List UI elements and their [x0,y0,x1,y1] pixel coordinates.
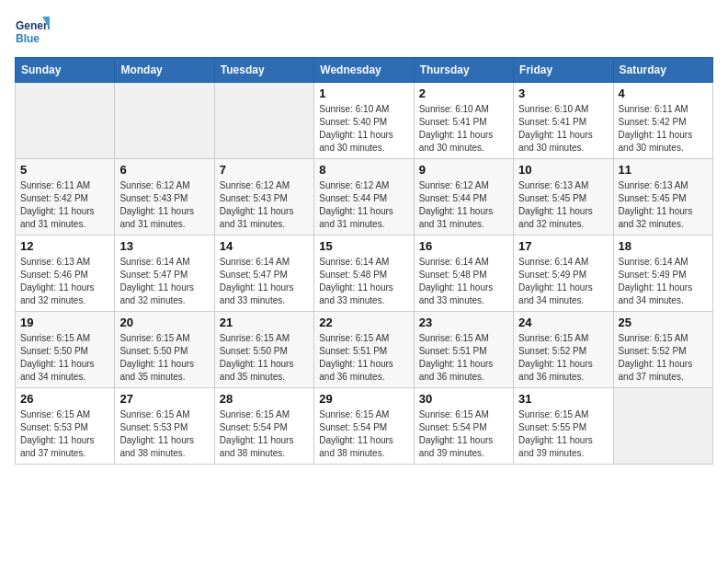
day-info: Sunrise: 6:15 AM Sunset: 5:54 PM Dayligh… [319,408,408,460]
day-number: 22 [319,316,408,329]
day-info: Sunrise: 6:11 AM Sunset: 5:42 PM Dayligh… [619,103,708,155]
day-info: Sunrise: 6:14 AM Sunset: 5:48 PM Dayligh… [319,256,408,307]
day-info: Sunrise: 6:10 AM Sunset: 5:41 PM Dayligh… [518,103,608,155]
day-info: Sunrise: 6:15 AM Sunset: 5:50 PM Dayligh… [220,332,309,384]
day-info: Sunrise: 6:14 AM Sunset: 5:49 PM Dayligh… [518,256,608,307]
day-info: Sunrise: 6:14 AM Sunset: 5:49 PM Dayligh… [619,256,708,307]
day-cell: 12Sunrise: 6:13 AM Sunset: 5:46 PM Dayli… [16,236,115,312]
day-number: 28 [220,392,309,406]
day-info: Sunrise: 6:13 AM Sunset: 5:45 PM Dayligh… [518,179,608,231]
day-info: Sunrise: 6:13 AM Sunset: 5:45 PM Dayligh… [619,179,708,231]
col-header-saturday: Saturday [613,58,712,83]
day-cell: 23Sunrise: 6:15 AM Sunset: 5:51 PM Dayli… [414,312,513,388]
day-number: 23 [419,316,508,329]
day-number: 7 [220,163,309,177]
day-number: 31 [518,392,608,406]
day-number: 11 [619,163,708,177]
day-cell: 28Sunrise: 6:15 AM Sunset: 5:54 PM Dayli… [214,388,313,465]
day-cell: 1Sunrise: 6:10 AM Sunset: 5:40 PM Daylig… [314,83,414,159]
day-number: 16 [419,239,508,253]
day-cell: 13Sunrise: 6:14 AM Sunset: 5:47 PM Dayli… [115,236,214,312]
day-number: 9 [419,163,508,177]
day-number: 6 [119,163,209,177]
day-info: Sunrise: 6:14 AM Sunset: 5:48 PM Dayligh… [419,256,508,307]
logo-svg: General Blue [15,15,50,50]
day-info: Sunrise: 6:12 AM Sunset: 5:43 PM Dayligh… [220,179,309,231]
calendar-table: SundayMondayTuesdayWednesdayThursdayFrid… [15,57,713,465]
day-info: Sunrise: 6:10 AM Sunset: 5:40 PM Dayligh… [319,103,408,155]
day-cell: 4Sunrise: 6:11 AM Sunset: 5:42 PM Daylig… [613,83,712,159]
day-number: 24 [518,316,608,329]
day-number: 27 [119,392,209,406]
day-cell: 25Sunrise: 6:15 AM Sunset: 5:52 PM Dayli… [613,312,712,388]
day-number: 12 [20,239,109,253]
day-cell: 18Sunrise: 6:14 AM Sunset: 5:49 PM Dayli… [613,236,712,312]
day-cell: 17Sunrise: 6:14 AM Sunset: 5:49 PM Dayli… [514,236,613,312]
day-info: Sunrise: 6:14 AM Sunset: 5:47 PM Dayligh… [119,256,209,307]
week-row-2: 5Sunrise: 6:11 AM Sunset: 5:42 PM Daylig… [16,159,713,236]
day-info: Sunrise: 6:12 AM Sunset: 5:44 PM Dayligh… [419,179,508,231]
day-number: 2 [419,86,508,100]
day-cell: 5Sunrise: 6:11 AM Sunset: 5:42 PM Daylig… [16,159,115,236]
day-cell: 7Sunrise: 6:12 AM Sunset: 5:43 PM Daylig… [214,159,313,236]
day-info: Sunrise: 6:12 AM Sunset: 5:44 PM Dayligh… [319,179,408,231]
day-number: 1 [319,86,408,100]
col-header-tuesday: Tuesday [214,58,313,83]
day-info: Sunrise: 6:11 AM Sunset: 5:42 PM Dayligh… [20,179,109,231]
col-header-sunday: Sunday [16,58,115,83]
day-number: 19 [20,316,109,329]
day-cell: 14Sunrise: 6:14 AM Sunset: 5:47 PM Dayli… [214,236,313,312]
day-cell: 29Sunrise: 6:15 AM Sunset: 5:54 PM Dayli… [314,388,414,465]
day-info: Sunrise: 6:15 AM Sunset: 5:55 PM Dayligh… [518,408,608,460]
svg-text:General: General [16,19,50,32]
day-info: Sunrise: 6:14 AM Sunset: 5:47 PM Dayligh… [220,256,309,307]
col-header-wednesday: Wednesday [314,58,414,83]
day-cell [214,83,313,159]
day-number: 8 [319,163,408,177]
week-row-4: 19Sunrise: 6:15 AM Sunset: 5:50 PM Dayli… [16,312,713,388]
day-cell: 10Sunrise: 6:13 AM Sunset: 5:45 PM Dayli… [514,159,613,236]
day-info: Sunrise: 6:15 AM Sunset: 5:54 PM Dayligh… [419,408,508,460]
day-cell: 30Sunrise: 6:15 AM Sunset: 5:54 PM Dayli… [414,388,513,465]
day-number: 30 [419,392,508,406]
day-cell: 11Sunrise: 6:13 AM Sunset: 5:45 PM Dayli… [613,159,712,236]
day-number: 29 [319,392,408,406]
day-number: 25 [619,316,708,329]
col-header-monday: Monday [115,58,214,83]
day-number: 17 [518,239,608,253]
day-cell [16,83,115,159]
day-cell: 31Sunrise: 6:15 AM Sunset: 5:55 PM Dayli… [514,388,613,465]
col-header-friday: Friday [514,58,613,83]
day-info: Sunrise: 6:12 AM Sunset: 5:43 PM Dayligh… [119,179,209,231]
day-info: Sunrise: 6:15 AM Sunset: 5:52 PM Dayligh… [518,332,608,384]
day-cell: 2Sunrise: 6:10 AM Sunset: 5:41 PM Daylig… [414,83,513,159]
day-info: Sunrise: 6:15 AM Sunset: 5:50 PM Dayligh… [119,332,209,384]
week-row-5: 26Sunrise: 6:15 AM Sunset: 5:53 PM Dayli… [16,388,713,465]
day-cell [115,83,214,159]
day-cell: 21Sunrise: 6:15 AM Sunset: 5:50 PM Dayli… [214,312,313,388]
day-info: Sunrise: 6:15 AM Sunset: 5:53 PM Dayligh… [20,408,109,460]
day-number: 21 [220,316,309,329]
day-info: Sunrise: 6:15 AM Sunset: 5:52 PM Dayligh… [619,332,708,384]
day-cell: 15Sunrise: 6:14 AM Sunset: 5:48 PM Dayli… [314,236,414,312]
day-info: Sunrise: 6:15 AM Sunset: 5:50 PM Dayligh… [20,332,109,384]
week-row-3: 12Sunrise: 6:13 AM Sunset: 5:46 PM Dayli… [16,236,713,312]
day-number: 26 [20,392,109,406]
day-number: 10 [518,163,608,177]
day-cell: 19Sunrise: 6:15 AM Sunset: 5:50 PM Dayli… [16,312,115,388]
day-number: 4 [619,86,708,100]
page-header: General Blue [15,15,713,50]
day-cell [613,388,712,465]
day-cell: 6Sunrise: 6:12 AM Sunset: 5:43 PM Daylig… [115,159,214,236]
day-info: Sunrise: 6:13 AM Sunset: 5:46 PM Dayligh… [20,256,109,307]
day-number: 15 [319,239,408,253]
day-info: Sunrise: 6:15 AM Sunset: 5:54 PM Dayligh… [220,408,309,460]
header-row: SundayMondayTuesdayWednesdayThursdayFrid… [16,58,713,83]
day-cell: 20Sunrise: 6:15 AM Sunset: 5:50 PM Dayli… [115,312,214,388]
day-number: 20 [119,316,209,329]
day-info: Sunrise: 6:15 AM Sunset: 5:51 PM Dayligh… [419,332,508,384]
day-cell: 8Sunrise: 6:12 AM Sunset: 5:44 PM Daylig… [314,159,414,236]
day-info: Sunrise: 6:15 AM Sunset: 5:53 PM Dayligh… [119,408,209,460]
week-row-1: 1Sunrise: 6:10 AM Sunset: 5:40 PM Daylig… [16,83,713,159]
col-header-thursday: Thursday [414,58,513,83]
